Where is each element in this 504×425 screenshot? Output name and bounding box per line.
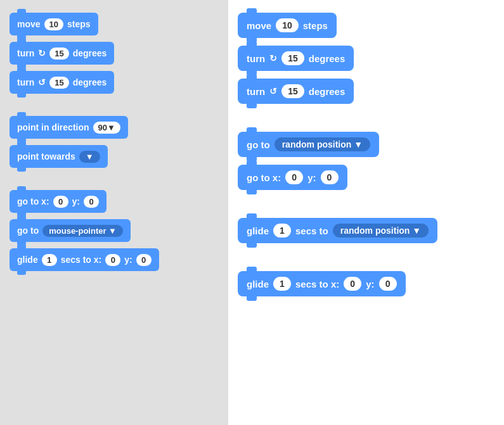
block-turn-cw-suffix: degrees (73, 48, 107, 58)
block-goto-y-label: y: (72, 196, 80, 206)
block-goto-y-input[interactable]: 0 (84, 196, 99, 208)
r-block-glide-random-dropdown[interactable]: random position ▼ (333, 224, 429, 238)
r-turn-cw-icon: ↻ (269, 53, 277, 63)
r-block-turn-cw-suffix: degrees (309, 53, 346, 64)
block-glide-y-input[interactable]: 0 (136, 254, 152, 266)
r-block-move[interactable]: move 10 steps (238, 13, 337, 38)
r-block-move-label: move (247, 20, 271, 31)
r-block-glide-random[interactable]: glide 1 secs to random position ▼ (238, 218, 437, 243)
r-block-goto-random-dropdown[interactable]: random position ▼ (275, 137, 370, 151)
r-block-glide-random-middle: secs to (295, 225, 328, 236)
block-point-towards-dropdown[interactable]: ▼ (79, 151, 100, 163)
block-glide-xy[interactable]: glide 1 secs to x: 0 y: 0 (10, 248, 159, 271)
block-glide-y-label: y: (124, 255, 132, 265)
r-block-glide-xy-label: glide (247, 279, 269, 289)
spacer-2 (10, 174, 219, 184)
r-spacer-2 (238, 198, 494, 210)
block-glide-label: glide (17, 255, 38, 265)
r-block-turn-cw[interactable]: turn ↻ 15 degrees (238, 46, 354, 71)
r-turn-ccw-icon: ↺ (269, 86, 277, 96)
r-block-turn-cw-input[interactable]: 15 (281, 51, 304, 65)
block-point-towards-label: point towards (17, 151, 75, 162)
block-glide-x-input[interactable]: 0 (105, 254, 120, 266)
block-point-direction-label: point in direction (17, 122, 89, 132)
block-turn-ccw[interactable]: turn ↺ 15 degrees (10, 71, 114, 94)
r-block-turn-ccw[interactable]: turn ↺ 15 degrees (238, 79, 354, 104)
block-goto-xy[interactable]: go to x: 0 y: 0 (10, 190, 107, 213)
r-block-goto-random-label: go to (247, 139, 270, 150)
r-block-goto-xy-label: go to x: (247, 172, 281, 183)
r-block-glide-xy-x-input[interactable]: 0 (344, 277, 361, 291)
block-point-direction-input[interactable]: 90▼ (93, 122, 120, 134)
r-block-turn-cw-label: turn (247, 53, 265, 64)
block-goto-dropdown-label: go to (17, 225, 39, 236)
block-turn-ccw-label: turn (17, 77, 34, 87)
block-goto-dropdown[interactable]: go to mouse-pointer ▼ (10, 219, 131, 242)
block-turn-ccw-input[interactable]: 15 (49, 77, 68, 89)
r-block-move-suffix: steps (303, 20, 328, 31)
r-block-goto-x-input[interactable]: 0 (285, 170, 303, 184)
block-move-input[interactable]: 10 (44, 18, 63, 30)
r-block-glide-xy-y-input[interactable]: 0 (379, 277, 397, 291)
r-block-goto-random[interactable]: go to random position ▼ (238, 132, 379, 157)
r-block-glide-xy[interactable]: glide 1 secs to x: 0 y: 0 (238, 271, 406, 296)
block-glide-middle: secs to x: (61, 255, 102, 265)
r-block-glide-xy-input[interactable]: 1 (273, 277, 291, 291)
block-goto-xy-label: go to x: (17, 196, 49, 206)
r-block-goto-xy[interactable]: go to x: 0 y: 0 (238, 165, 347, 190)
r-block-turn-ccw-input[interactable]: 15 (281, 84, 304, 98)
block-goto-x-input[interactable]: 0 (53, 196, 68, 208)
block-turn-ccw-suffix: degrees (73, 77, 107, 87)
block-glide-input[interactable]: 1 (42, 254, 57, 266)
block-point-towards[interactable]: point towards ▼ (10, 145, 108, 168)
r-block-glide-random-label: glide (247, 225, 269, 236)
block-turn-cw-input[interactable]: 15 (49, 48, 68, 60)
r-block-glide-random-input[interactable]: 1 (273, 224, 291, 238)
left-panel: move 10 steps turn ↻ 15 degrees turn ↺ 1… (0, 0, 228, 425)
block-goto-dropdown-select[interactable]: mouse-pointer ▼ (42, 225, 123, 237)
r-block-goto-y-input[interactable]: 0 (321, 170, 339, 184)
block-move-label: move (17, 19, 41, 29)
r-block-turn-ccw-suffix: degrees (309, 86, 346, 97)
block-point-direction[interactable]: point in direction 90▼ (10, 116, 128, 139)
goto-dropdown-value: mouse-pointer ▼ (49, 226, 117, 236)
r-goto-random-value: random position ▼ (282, 139, 363, 149)
right-panel: move 10 steps turn ↻ 15 degrees turn ↺ 1… (228, 0, 504, 425)
r-spacer-3 (238, 251, 494, 263)
r-block-glide-xy-middle: secs to x: (295, 279, 339, 289)
turn-ccw-icon: ↺ (38, 77, 46, 87)
block-move[interactable]: move 10 steps (10, 13, 98, 35)
turn-cw-icon: ↻ (38, 48, 46, 58)
dropdown-arrow-icon: ▼ (86, 152, 94, 162)
r-spacer-1 (238, 111, 494, 124)
r-block-goto-y-label: y: (307, 172, 316, 183)
block-turn-cw[interactable]: turn ↻ 15 degrees (10, 42, 114, 65)
spacer-1 (10, 100, 219, 110)
block-move-suffix: steps (67, 19, 91, 29)
r-glide-random-value: random position ▼ (340, 225, 421, 236)
block-turn-cw-label: turn (17, 48, 34, 58)
r-block-move-input[interactable]: 10 (276, 18, 299, 32)
r-block-turn-ccw-label: turn (247, 86, 265, 97)
r-block-glide-xy-y-label: y: (366, 279, 374, 289)
